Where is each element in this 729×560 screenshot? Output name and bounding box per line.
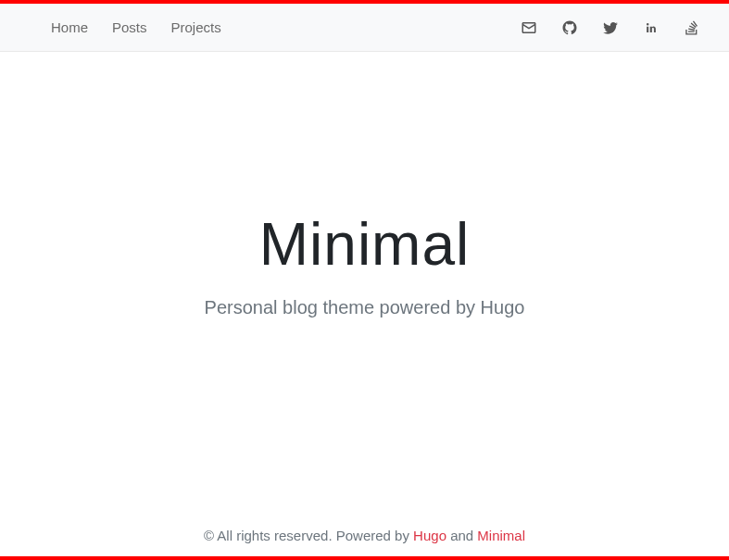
nav-link-home[interactable]: Home xyxy=(51,19,88,35)
nav-links: Home Posts Projects xyxy=(51,19,221,35)
linkedin-icon[interactable] xyxy=(642,19,660,37)
email-icon[interactable] xyxy=(520,19,538,37)
nav-link-posts[interactable]: Posts xyxy=(112,19,147,35)
twitter-icon[interactable] xyxy=(601,19,620,37)
footer: © All rights reserved. Powered by Hugo a… xyxy=(0,515,729,556)
main-nav: Home Posts Projects xyxy=(0,4,729,52)
footer-separator: and xyxy=(446,528,477,543)
footer-text: © All rights reserved. Powered by xyxy=(204,528,413,543)
bottom-accent-border xyxy=(0,556,729,560)
nav-link-projects[interactable]: Projects xyxy=(171,19,221,35)
github-icon[interactable] xyxy=(560,19,579,37)
footer-link-minimal[interactable]: Minimal xyxy=(477,528,525,543)
stackoverflow-icon[interactable] xyxy=(683,19,701,37)
hero-section: Minimal Personal blog theme powered by H… xyxy=(0,52,729,514)
footer-link-hugo[interactable]: Hugo xyxy=(413,528,446,543)
site-title: Minimal xyxy=(259,210,470,279)
nav-icons xyxy=(520,19,701,37)
site-subtitle: Personal blog theme powered by Hugo xyxy=(205,297,525,318)
